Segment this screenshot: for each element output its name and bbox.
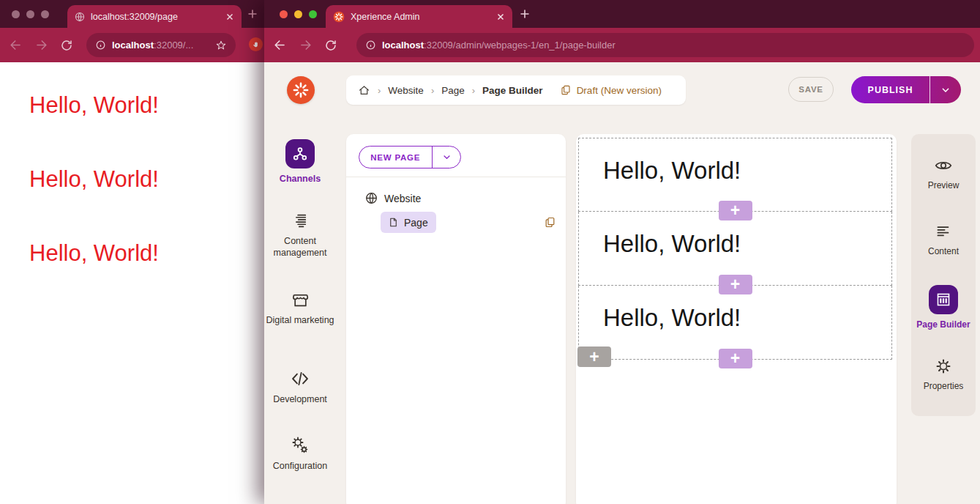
new-tab-icon[interactable] <box>520 9 530 19</box>
breadcrumb-page[interactable]: Page <box>441 85 465 96</box>
tab-preview[interactable]: Preview <box>911 156 976 190</box>
close-tab-icon[interactable] <box>225 12 234 21</box>
left-url-bar[interactable]: localhost:32009/... <box>86 33 236 57</box>
eye-icon <box>911 156 976 175</box>
sidebar-item-digital-marketing[interactable]: Digital marketing <box>264 290 336 326</box>
gear-icon <box>911 357 976 376</box>
window-controls[interactable] <box>280 10 317 18</box>
reload-icon[interactable] <box>60 39 73 52</box>
save-button[interactable]: SAVE <box>788 77 834 102</box>
new-page-label: NEW PAGE <box>359 147 432 168</box>
tab-title: localhost:32009/page <box>91 12 220 22</box>
tab-properties[interactable]: Properties <box>911 357 976 391</box>
tab-label: Content <box>911 246 976 256</box>
new-tab-icon[interactable] <box>247 9 258 19</box>
add-widget-button[interactable]: + <box>719 349 752 368</box>
sidebar-label: Content management <box>264 235 336 259</box>
hello-heading: Hello, World! <box>29 168 264 191</box>
tree-item-website[interactable]: Website <box>365 192 421 204</box>
sidebar-item-configuration[interactable]: Configuration <box>264 435 336 472</box>
sidebar-label: Channels <box>264 173 336 185</box>
breadcrumb-separator: › <box>378 85 381 96</box>
development-icon <box>264 368 336 389</box>
xperience-admin: › Website › Page › Page Builder Draft (N… <box>264 62 980 504</box>
document-icon <box>388 217 399 228</box>
globe-icon <box>365 192 378 204</box>
page-versions-icon[interactable] <box>544 216 556 229</box>
tree-page-label: Page <box>404 217 428 229</box>
kentico-favicon-icon <box>333 11 345 23</box>
configuration-icon <box>264 435 336 456</box>
left-toolbar: localhost:32009/... <box>0 28 264 62</box>
widget-section[interactable]: Hello, World! + <box>578 212 892 286</box>
right-toolbar: localhost:32009/admin/webpages-1/en_1/pa… <box>264 28 980 62</box>
tab-label: Page Builder <box>911 319 976 330</box>
content-management-icon <box>264 211 336 231</box>
back-icon[interactable] <box>9 38 23 52</box>
forward-icon[interactable] <box>34 38 48 52</box>
sidebar-item-development[interactable]: Development <box>264 368 336 405</box>
add-widget-button[interactable]: + <box>719 275 752 294</box>
view-mode-rail: Preview Content <box>911 134 976 416</box>
add-section-button[interactable]: + <box>577 346 611 367</box>
left-browser-tab[interactable]: localhost:32009/page <box>67 5 242 28</box>
tab-content[interactable]: Content <box>911 222 976 256</box>
tab-page-builder-active[interactable]: Page Builder <box>911 285 976 330</box>
right-titlebar: Xperience Admin <box>264 0 980 28</box>
panel-divider <box>346 177 566 177</box>
tree-item-page-selected[interactable]: Page <box>381 212 436 233</box>
sidebar-item-content-management[interactable]: Content management <box>264 211 336 259</box>
new-page-button[interactable]: NEW PAGE <box>359 146 461 168</box>
new-page-dropdown-button[interactable] <box>433 147 460 168</box>
draft-status-badge: Draft (New version) <box>560 84 662 96</box>
hello-heading: Hello, World! <box>29 242 264 265</box>
page-builder-icon <box>929 285 958 314</box>
tab-title: Xperience Admin <box>351 12 490 22</box>
bookmark-star-icon[interactable] <box>215 40 227 51</box>
channels-icon <box>285 139 315 168</box>
close-tab-icon[interactable] <box>496 12 505 21</box>
tree-website-label: Website <box>384 193 421 204</box>
sidebar-item-channels[interactable]: Channels <box>264 139 336 185</box>
hello-heading: Hello, World! <box>29 94 264 117</box>
breadcrumb-page-builder: Page Builder <box>482 85 543 96</box>
sidebar-label: Digital marketing <box>264 314 336 326</box>
digital-marketing-icon <box>264 290 336 310</box>
widget-text: Hello, World! <box>579 138 891 185</box>
info-icon[interactable] <box>365 40 376 51</box>
home-icon[interactable] <box>358 84 370 97</box>
globe-favicon-icon <box>75 12 85 22</box>
editable-area: Hello, World! + Hello, World! + Hello, W… <box>578 138 892 360</box>
reload-icon[interactable] <box>324 39 337 52</box>
versions-icon <box>560 84 572 96</box>
breadcrumb-website[interactable]: Website <box>388 85 424 96</box>
right-url-bar[interactable]: localhost:32009/admin/webpages-1/en_1/pa… <box>356 33 974 57</box>
kentico-logo[interactable] <box>287 76 315 104</box>
window-controls-inactive[interactable] <box>12 10 49 18</box>
breadcrumb: › Website › Page › Page Builder Draft (N… <box>346 75 686 105</box>
publish-dropdown-button[interactable] <box>930 76 961 103</box>
url-text: localhost:32009/admin/webpages-1/en_1/pa… <box>382 40 616 51</box>
extension-icon[interactable] <box>249 37 263 51</box>
forward-icon[interactable] <box>299 38 313 52</box>
publish-label: PUBLISH <box>851 76 929 103</box>
left-browser-window: localhost:32009/page <box>0 0 264 504</box>
tab-label: Properties <box>911 381 976 391</box>
url-text: localhost:32009/... <box>112 40 193 51</box>
right-browser-tab[interactable]: Xperience Admin <box>326 5 512 28</box>
sidebar-label: Configuration <box>264 460 336 472</box>
sidebar-label: Development <box>264 393 336 405</box>
publish-button[interactable]: PUBLISH <box>851 76 961 103</box>
widget-section[interactable]: Hello, World! + <box>578 286 892 360</box>
right-browser-window: Xperience Admin <box>264 0 980 504</box>
info-icon[interactable] <box>95 40 106 51</box>
add-widget-button[interactable]: + <box>719 201 752 220</box>
content-lines-icon <box>911 222 976 241</box>
breadcrumb-separator: › <box>431 85 434 96</box>
draft-status-text: Draft (New version) <box>577 85 662 96</box>
widget-section[interactable]: Hello, World! + <box>578 138 892 212</box>
screenshot-root: localhost:32009/page <box>0 0 980 504</box>
page-builder-canvas: Hello, World! + Hello, World! + Hello, W… <box>576 134 897 504</box>
tab-label: Preview <box>911 180 976 190</box>
back-icon[interactable] <box>273 38 287 52</box>
